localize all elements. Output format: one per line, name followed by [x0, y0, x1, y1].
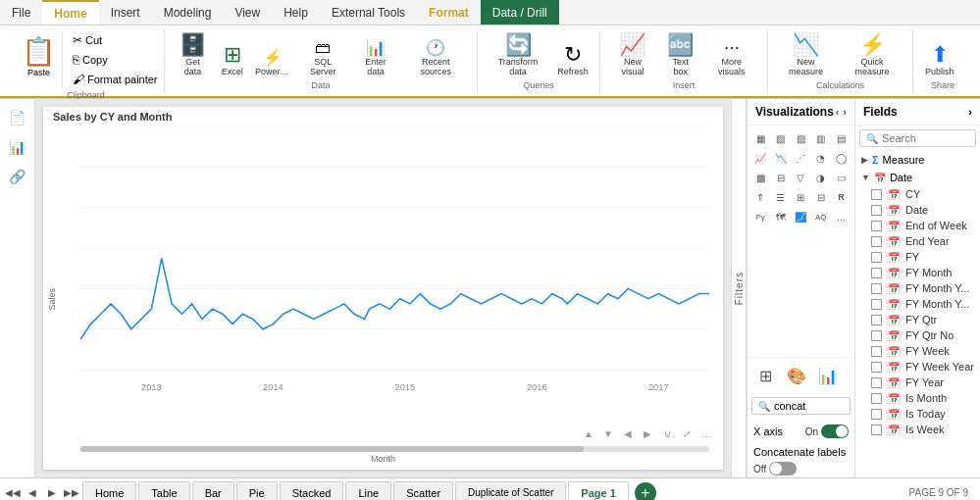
viz-clustered-bar[interactable]: ▧ [772, 129, 790, 147]
fields-expand-icon[interactable]: › [968, 106, 972, 118]
fields-section-measure-header[interactable]: ▶ Σ Measure [855, 151, 980, 169]
field-fy-qtr[interactable]: 📅 FY Qtr [855, 312, 980, 327]
is-month-checkbox[interactable] [871, 393, 882, 404]
tab-nav-first[interactable]: ◀◀ [4, 484, 22, 501]
scroll-left-btn[interactable]: ◀ [619, 425, 637, 442]
power-bi-button[interactable]: ⚡ Power BI datasets [252, 48, 293, 78]
field-fy-qtr-no[interactable]: 📅 FY Qtr No [855, 327, 980, 343]
tab-table[interactable]: Table [138, 481, 189, 501]
viz-scatter[interactable]: ⋰ [792, 149, 809, 167]
new-measure-button[interactable]: 📉 New measure [776, 32, 836, 78]
tab-line[interactable]: Line [345, 481, 391, 501]
paste-button[interactable]: 📋 Paste [16, 31, 63, 88]
h-scrollbar[interactable] [80, 446, 709, 452]
filters-sidebar[interactable]: Filters [731, 99, 747, 477]
fy-qtr-checkbox[interactable] [871, 315, 882, 325]
tab-view[interactable]: View [223, 0, 272, 25]
viz-line[interactable]: 📈 [751, 149, 769, 167]
cy-checkbox[interactable] [871, 189, 882, 200]
viz-donut[interactable]: ◯ [832, 149, 850, 167]
fy-month-y1-checkbox[interactable] [871, 283, 882, 294]
x-axis-toggle[interactable]: On [805, 425, 849, 438]
viz-area[interactable]: 📉 [772, 149, 790, 167]
field-end-year[interactable]: 📅 End Year [855, 233, 980, 249]
tab-nav-next[interactable]: ▶ [43, 484, 61, 501]
enter-data-button[interactable]: 📊 Enter data [352, 38, 398, 78]
tab-external-tools[interactable]: External Tools [320, 0, 417, 25]
tab-help[interactable]: Help [272, 0, 320, 25]
viz-table[interactable]: ⊞ [792, 188, 809, 206]
excel-button[interactable]: ⊞ Excel [217, 42, 248, 78]
viz-waterfall[interactable]: ⊟ [772, 169, 790, 186]
viz-r[interactable]: R [832, 188, 850, 206]
field-fy-week-year[interactable]: 📅 FY Week Year [855, 359, 980, 375]
field-fy-month[interactable]: 📅 FY Month [855, 265, 980, 280]
tab-data-drill[interactable]: Data / Drill [481, 0, 559, 25]
end-year-checkbox[interactable] [871, 236, 882, 247]
viz-kpi[interactable]: ⇑ [751, 188, 769, 206]
text-box-button[interactable]: 🔤 Text box [661, 32, 700, 78]
publish-button[interactable]: ⬆ Publish [921, 42, 958, 78]
refresh-button[interactable]: ↻ Refresh [554, 42, 592, 78]
is-today-checkbox[interactable] [871, 409, 882, 420]
tab-duplicate-scatter[interactable]: Duplicate of Scatter [455, 481, 566, 501]
fields-section-date-header[interactable]: ▼ 📅 Date [855, 169, 980, 186]
sql-button[interactable]: 🗃 SQL Server [297, 38, 348, 78]
field-fy-month-y1[interactable]: 📅 FY Month Y... [855, 280, 980, 296]
concat-toggle[interactable]: Off [753, 462, 849, 475]
data-nav-icon[interactable]: 📊 [7, 136, 28, 158]
fy-checkbox[interactable] [871, 252, 882, 263]
tab-home[interactable]: Home [42, 0, 98, 25]
tab-nav-prev[interactable]: ◀ [24, 484, 41, 501]
h-scrollbar-thumb[interactable] [80, 446, 584, 452]
tab-page1[interactable]: Page 1 [568, 481, 628, 501]
is-week-checkbox[interactable] [871, 425, 882, 435]
format-painter-button[interactable]: 🖌 Format painter [69, 71, 162, 88]
report-nav-icon[interactable]: 📄 [7, 107, 28, 128]
filter-chart-btn[interactable]: ⊎ [658, 425, 676, 442]
viz-filled-map[interactable]: 🗾 [792, 208, 809, 225]
tab-scatter[interactable]: Scatter [393, 481, 453, 501]
field-cy[interactable]: 📅 CY [855, 186, 980, 202]
viz-treemap[interactable]: ▩ [751, 169, 769, 186]
fy-week-checkbox[interactable] [871, 346, 882, 357]
viz-map[interactable]: 🗺 [772, 208, 790, 225]
fy-month-checkbox[interactable] [871, 268, 882, 278]
viz-expand-btn[interactable]: ‹ [836, 106, 840, 118]
viz-funnel[interactable]: ▽ [792, 169, 809, 186]
date-checkbox[interactable] [871, 205, 882, 216]
fy-qtr-no-checkbox[interactable] [871, 330, 882, 341]
scroll-right-btn[interactable]: ▶ [639, 425, 656, 442]
viz-more[interactable]: … [832, 208, 850, 225]
viz-stacked-bar[interactable]: ▦ [751, 129, 769, 147]
tab-modeling[interactable]: Modeling [152, 0, 224, 25]
viz-aq[interactable]: AQ [812, 208, 830, 225]
viz-slicer[interactable]: ☰ [772, 188, 790, 206]
model-nav-icon[interactable]: 🔗 [7, 166, 28, 187]
quick-measure-button[interactable]: ⚡ Quick measure [840, 32, 904, 78]
cut-button[interactable]: ✂ Cut [69, 31, 162, 49]
recent-sources-button[interactable]: 🕐 Recent sources [403, 38, 469, 78]
viz-search-input[interactable] [774, 400, 844, 412]
viz-100-bar[interactable]: ▨ [792, 129, 809, 147]
field-fy[interactable]: 📅 FY [855, 249, 980, 265]
viz-collapse-btn[interactable]: › [843, 106, 847, 118]
field-fy-week[interactable]: 📅 FY Week [855, 343, 980, 359]
viz-fields-icon[interactable]: ⊞ [753, 364, 777, 387]
add-page-button[interactable]: + [635, 482, 656, 501]
tab-pie[interactable]: Pie [236, 481, 278, 501]
viz-clustered-col[interactable]: ▤ [832, 129, 850, 147]
tab-insert[interactable]: Insert [99, 0, 152, 25]
tab-stacked[interactable]: Stacked [280, 481, 344, 501]
field-end-of-week[interactable]: 📅 End of Week [855, 218, 980, 233]
expand-chart-btn[interactable]: ⤢ [678, 425, 696, 442]
viz-gauge[interactable]: ◑ [812, 169, 830, 186]
viz-matrix[interactable]: ⊟ [812, 188, 830, 206]
fy-year-checkbox[interactable] [871, 377, 882, 388]
fields-search-input[interactable] [882, 132, 969, 144]
concat-toggle-track[interactable] [769, 462, 797, 475]
copy-button[interactable]: ⎘ Copy [69, 51, 162, 69]
tab-bar[interactable]: Bar [192, 481, 234, 501]
field-fy-month-y2[interactable]: 📅 FY Month Y... [855, 296, 980, 312]
fy-month-y2-checkbox[interactable] [871, 299, 882, 310]
